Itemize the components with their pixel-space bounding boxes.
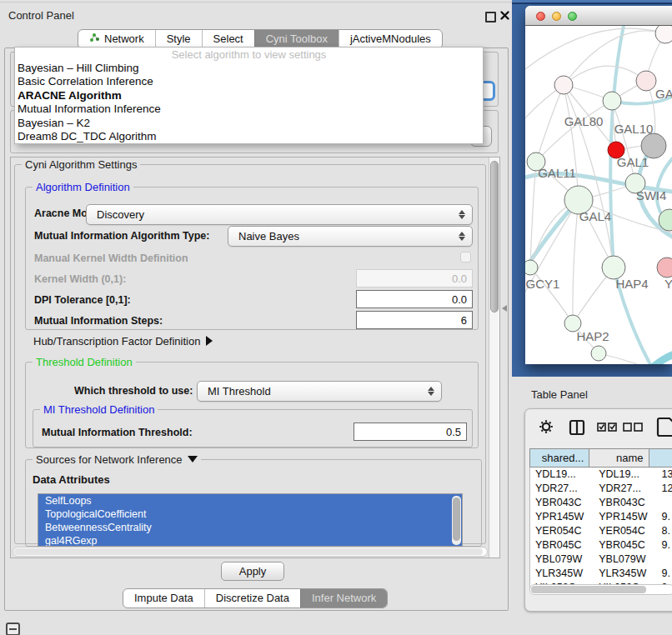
aracne-mode-select[interactable]: Discovery <box>86 204 473 225</box>
zoom-traffic-light-icon[interactable] <box>568 12 577 21</box>
tab-jactivemnodules[interactable]: jActiveMNodules <box>339 30 442 48</box>
algorithm-option[interactable]: ARACNE Algorithm <box>15 89 483 102</box>
table-panel: Table Panel shared... name YDL19...YDL19… <box>512 377 672 635</box>
close-icon[interactable] <box>499 10 510 21</box>
tab-discretize-data[interactable]: Discretize Data <box>204 589 300 608</box>
table-cell: YBR043C <box>594 496 656 510</box>
algorithm-option[interactable]: Dream8 DC_TDC Algorithm <box>15 130 483 143</box>
sources-expander[interactable]: Sources for Network Inference <box>33 453 201 466</box>
kernel-width-field[interactable]: 0.0 <box>356 269 473 288</box>
attribute-list-item[interactable]: SelfLoops <box>38 494 462 508</box>
scrollbar-thumb[interactable] <box>453 498 460 541</box>
network-canvas[interactable]: GALGAL80GAL10GAL1GAL11SWI4GAL4GCY1HAP4YH… <box>525 26 672 364</box>
column-header[interactable]: shared... <box>529 448 589 468</box>
table-row[interactable]: YBR043CYBR043C <box>530 496 672 510</box>
popup-placeholder: Select algorithm to view settings <box>15 48 483 62</box>
network-edge[interactable] <box>525 28 665 76</box>
network-edge[interactable] <box>573 200 579 323</box>
data-attributes-list[interactable]: SelfLoopsTopologicalCoefficientBetweenne… <box>38 493 463 547</box>
horizontal-scrollbar[interactable] <box>13 547 488 557</box>
split-columns-icon[interactable] <box>569 419 585 438</box>
tab-infer-network[interactable]: Infer Network <box>300 589 387 608</box>
vertical-scrollbar[interactable] <box>489 158 499 558</box>
network-node[interactable] <box>525 260 538 275</box>
scrollbar-thumb[interactable] <box>14 548 483 555</box>
table-cell: YPR145W <box>530 510 594 524</box>
select-all-checkboxes-icon[interactable] <box>597 422 617 435</box>
tab-cyni-toolbox[interactable]: Cyni Toolbox <box>254 30 339 48</box>
table-row[interactable]: YDL19...YDL19...13 <box>530 468 672 482</box>
table-cell: YBR043C <box>530 496 594 510</box>
close-traffic-light-icon[interactable] <box>536 12 545 21</box>
table-cell: 13 <box>656 468 672 482</box>
file-icon[interactable] <box>656 417 672 440</box>
table-cell: YPR145W <box>594 510 656 524</box>
table-cell: YBL079W <box>530 552 594 567</box>
dpi-tolerance-field[interactable]: 0.0 <box>356 290 473 308</box>
tab-impute-data[interactable]: Impute Data <box>123 589 204 608</box>
apply-button[interactable]: Apply <box>221 562 284 581</box>
node-table: shared... name YDL19...YDL19...13YDR27..… <box>529 448 672 590</box>
list-scrollbar[interactable] <box>452 496 461 545</box>
table-row[interactable]: YBR045CYBR045C9. <box>530 538 672 552</box>
table-row[interactable]: YLR345WYLR345W9. <box>530 567 672 581</box>
splitter-collapse-icon[interactable] <box>502 305 507 312</box>
table-row[interactable]: YBL079WYBL079W <box>530 552 672 567</box>
table-cell: YDR27... <box>530 482 594 496</box>
scrollbar-thumb[interactable] <box>531 586 646 593</box>
minimize-traffic-light-icon[interactable] <box>552 12 561 21</box>
dock-panel-icon[interactable] <box>6 622 20 635</box>
table-row[interactable]: YPR145WYPR145W9. <box>530 510 672 524</box>
tab-label: Network <box>104 30 144 48</box>
network-edge[interactable] <box>599 353 650 364</box>
float-panel-icon[interactable] <box>485 12 496 22</box>
table-cell: YDL19... <box>530 468 594 482</box>
network-node[interactable] <box>636 71 656 91</box>
hub-definition-expander[interactable]: Hub/Transcription Factor Definition <box>33 335 213 348</box>
threshold-select[interactable]: MI Threshold <box>197 381 442 402</box>
window-titlebar[interactable] <box>525 6 672 26</box>
expander-right-icon <box>206 336 213 346</box>
attribute-list-item[interactable]: gal4RGexp <box>38 534 462 547</box>
table-cell: YLR345W <box>594 567 656 581</box>
table-horizontal-scrollbar[interactable] <box>529 584 672 595</box>
algorithm-option[interactable]: Basic Correlation Inference <box>15 75 483 88</box>
table-cell: YDR27... <box>594 482 656 496</box>
algorithm-option[interactable]: Bayesian – K2 <box>15 117 483 130</box>
attribute-list-item[interactable]: TopologicalCoefficient <box>38 508 462 521</box>
column-header[interactable] <box>649 448 672 468</box>
mi-threshold-field[interactable]: 0.5 <box>354 422 467 441</box>
column-header[interactable]: name <box>589 448 649 468</box>
group-title: Algorithm Definition <box>33 181 133 193</box>
attribute-list-item[interactable]: BetweennessCentrality <box>38 521 462 534</box>
mi-steps-field[interactable]: 6 <box>356 311 473 329</box>
network-node[interactable] <box>655 26 672 43</box>
network-edge[interactable] <box>564 66 646 85</box>
table-cell <box>656 552 672 567</box>
tab-select[interactable]: Select <box>202 30 254 48</box>
table-cell: YER054C <box>594 524 656 538</box>
scrollbar-thumb[interactable] <box>490 161 499 312</box>
deselect-all-checkboxes-icon[interactable] <box>623 422 643 435</box>
network-node[interactable] <box>591 346 606 361</box>
algorithm-option[interactable]: Bayesian – Hill Climbing <box>15 62 483 75</box>
tab-network[interactable]: Network <box>78 30 155 48</box>
gear-icon[interactable] <box>539 419 554 437</box>
sources-title: Sources for Network Inference <box>36 453 183 466</box>
group-title: Cyni Algorithm Settings <box>22 158 140 171</box>
network-node[interactable] <box>554 76 573 94</box>
manual-kernel-checkbox[interactable] <box>460 252 471 262</box>
table-row[interactable]: YDR27...YDR27...12 <box>530 482 672 496</box>
algorithm-option[interactable]: Mutual Information Inference <box>15 102 483 116</box>
table-row[interactable]: YER054CYER054C8. <box>530 524 672 538</box>
network-node[interactable] <box>602 256 625 279</box>
divider <box>0 2 515 2</box>
tab-style[interactable]: Style <box>155 30 202 48</box>
network-edge[interactable] <box>536 85 564 162</box>
tab-label: Infer Network <box>312 589 376 608</box>
mi-type-select[interactable]: Naive Bayes <box>228 226 473 247</box>
network-node[interactable] <box>657 258 672 278</box>
network-node[interactable] <box>603 92 621 110</box>
node-label: SWI4 <box>636 188 667 202</box>
algorithm-definition-group: Algorithm Definition Aracne Mode: Discov… <box>25 187 479 330</box>
